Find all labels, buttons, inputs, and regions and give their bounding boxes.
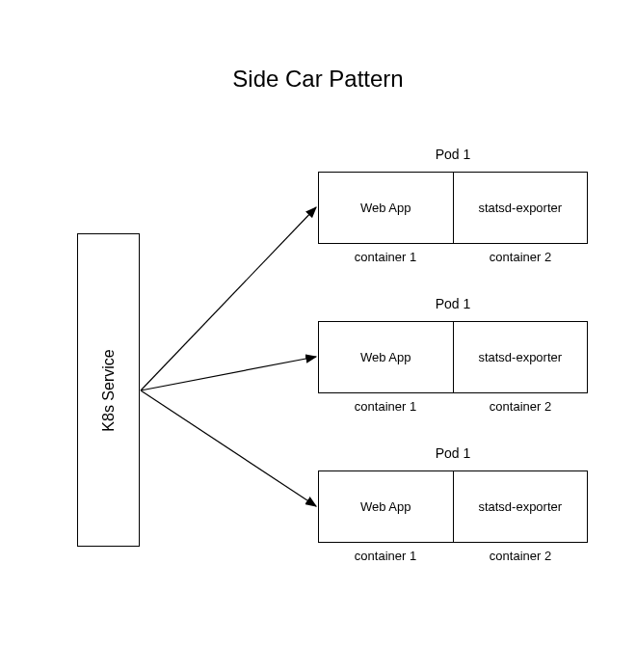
pod-title: Pod 1 [318, 296, 588, 311]
container-1-label: container 1 [318, 549, 453, 563]
pod-title: Pod 1 [318, 445, 588, 461]
container-1-label: container 1 [318, 250, 453, 264]
k8s-service-box: K8s Service [77, 233, 140, 547]
pod-row: Web App statsd-exporter [318, 321, 588, 393]
container-labels: container 1 container 2 [318, 399, 588, 414]
container-labels: container 1 container 2 [318, 549, 588, 563]
container-labels: container 1 container 2 [318, 250, 588, 264]
arrow-to-pod-3 [141, 390, 316, 506]
container-2-label: container 2 [453, 399, 588, 414]
pod-row: Web App statsd-exporter [318, 172, 588, 244]
pod-title: Pod 1 [318, 147, 588, 162]
container-1-box: Web App [318, 172, 454, 244]
container-2-box: statsd-exporter [454, 321, 589, 393]
pod-group-3: Pod 1 Web App statsd-exporter container … [318, 445, 588, 563]
container-2-box: statsd-exporter [454, 172, 589, 244]
container-2-box: statsd-exporter [454, 470, 589, 543]
container-1-label: container 1 [318, 399, 453, 414]
container-1-box: Web App [318, 321, 454, 393]
arrow-to-pod-1 [141, 207, 316, 390]
pod-group-2: Pod 1 Web App statsd-exporter container … [318, 296, 588, 414]
container-2-label: container 2 [453, 250, 588, 264]
k8s-service-label: K8s Service [100, 349, 118, 431]
pod-group-1: Pod 1 Web App statsd-exporter container … [318, 147, 588, 264]
container-1-box: Web App [318, 470, 454, 543]
pod-row: Web App statsd-exporter [318, 470, 588, 543]
container-2-label: container 2 [453, 549, 588, 563]
diagram-title: Side Car Pattern [232, 66, 403, 93]
arrow-to-pod-2 [141, 357, 316, 390]
